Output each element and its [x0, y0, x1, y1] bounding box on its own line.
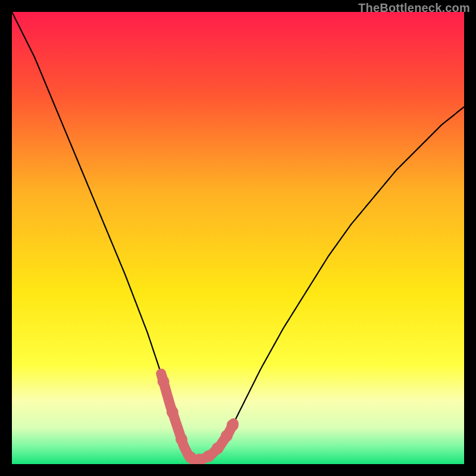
highlight-dot	[212, 442, 224, 454]
highlight-dot	[227, 419, 239, 431]
highlight-dot	[158, 375, 170, 387]
plot-area	[12, 12, 464, 464]
highlight-dot	[221, 430, 233, 442]
gradient-background	[12, 12, 464, 464]
chart-svg	[12, 12, 464, 464]
highlight-dot	[203, 450, 215, 462]
chart-stage: TheBottleneck.com	[0, 0, 476, 476]
highlight-dot	[167, 406, 178, 418]
watermark-text: TheBottleneck.com	[358, 1, 470, 15]
highlight-dot	[176, 433, 187, 445]
